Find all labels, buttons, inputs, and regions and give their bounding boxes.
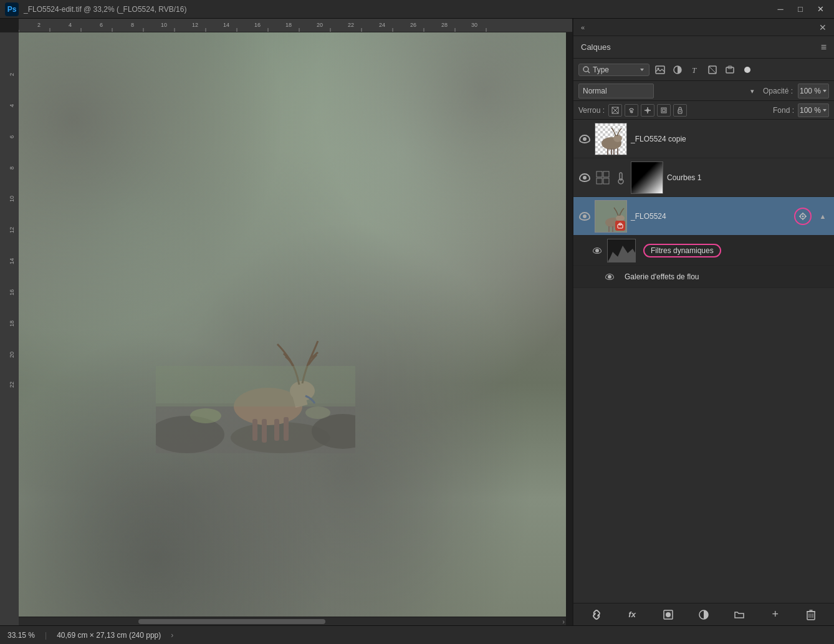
adjustment-icon	[595, 161, 611, 194]
svg-text:6: 6	[9, 135, 15, 138]
layer-subitem[interactable]: Galerie d'effets de flou	[573, 266, 834, 288]
layer-visibility-toggle[interactable]	[578, 135, 591, 143]
thermometer-icon	[616, 171, 626, 185]
status-expand-arrow[interactable]: ›	[171, 631, 173, 640]
svg-text:2: 2	[37, 22, 41, 28]
minimize-button[interactable]: ─	[772, 2, 789, 16]
blend-row: Normal Dissoudre Obscurcir Produit Densi…	[573, 81, 834, 101]
panel-close-button[interactable]: ✕	[817, 21, 829, 34]
svg-rect-79	[663, 109, 665, 112]
opacity-value[interactable]: 100 %	[798, 84, 829, 99]
lock-position-button[interactable]	[641, 104, 654, 117]
filter-search-box[interactable]	[578, 64, 649, 76]
svg-text:12: 12	[192, 22, 198, 28]
maximize-button[interactable]: □	[792, 2, 809, 16]
panel-topbar: « ✕	[573, 19, 834, 36]
filters-thumbnail	[607, 239, 636, 262]
opacity-label: Opacité :	[763, 87, 793, 95]
svg-rect-52	[262, 419, 267, 443]
svg-rect-89	[597, 171, 602, 177]
fill-dropdown-arrow	[822, 108, 827, 113]
eye-icon[interactable]	[605, 274, 614, 280]
svg-text:18: 18	[285, 22, 292, 28]
filter-smart-button[interactable]	[723, 63, 737, 77]
blend-mode-select-wrap[interactable]: Normal Dissoudre Obscurcir Produit Densi…	[578, 84, 758, 99]
layer-visibility-toggle[interactable]	[591, 248, 603, 254]
panel-menu-button[interactable]: ≡	[821, 42, 827, 53]
trash-icon	[806, 609, 816, 620]
eye-icon[interactable]	[579, 173, 590, 182]
smart-object-badge	[615, 221, 625, 231]
close-button[interactable]: ✕	[812, 2, 829, 16]
filter-thumb-svg	[608, 239, 636, 262]
link-icon	[615, 161, 627, 194]
filter-image-button[interactable]	[653, 63, 667, 77]
filter-text-button[interactable]: T	[688, 63, 702, 77]
svg-text:20: 20	[317, 22, 323, 28]
photo-canvas	[19, 32, 566, 617]
curves-thumbnail	[631, 161, 663, 194]
svg-rect-55	[156, 366, 355, 406]
svg-text:26: 26	[410, 22, 416, 28]
lock-transparent-button[interactable]	[608, 104, 622, 117]
eye-icon[interactable]	[593, 248, 602, 254]
filter-type-input[interactable]	[593, 65, 636, 74]
titlebar: Ps _FLO5524-edit.tif @ 33,2% (_FLO5524, …	[0, 0, 834, 19]
svg-rect-90	[603, 171, 609, 177]
layer-name: Courbes 1	[667, 173, 829, 182]
link-layers-button[interactable]	[588, 606, 605, 623]
layer-visibility-toggle[interactable]	[603, 274, 616, 280]
dimensions: 40,69 cm × 27,13 cm (240 ppp)	[57, 631, 161, 640]
add-group-button[interactable]	[731, 606, 748, 623]
lock-artboard-button[interactable]	[657, 104, 671, 117]
eye-icon[interactable]	[579, 212, 590, 221]
svg-text:8: 8	[131, 22, 134, 28]
svg-text:4: 4	[9, 104, 15, 107]
svg-rect-54	[284, 417, 289, 441]
filter-shape-button[interactable]	[706, 63, 719, 77]
svg-text:14: 14	[223, 22, 229, 28]
svg-text:24: 24	[379, 22, 385, 28]
layer-item[interactable]: _FLO5524 copie	[573, 120, 834, 158]
add-layer-button[interactable]: +	[767, 606, 784, 623]
opacity-dropdown-arrow	[822, 89, 827, 94]
svg-text:6: 6	[100, 22, 103, 28]
lock-pixels-button[interactable]	[625, 104, 638, 117]
window-controls: ─ □ ✕	[772, 2, 829, 16]
horizontal-scrollbar[interactable]: ›	[19, 617, 566, 625]
search-icon	[583, 66, 590, 74]
lock-all-button[interactable]	[673, 104, 687, 117]
eye-icon[interactable]	[579, 135, 590, 143]
svg-text:T: T	[692, 65, 697, 75]
layer-item[interactable]: Courbes 1	[573, 158, 834, 197]
svg-rect-91	[597, 178, 602, 184]
svg-rect-32	[0, 32, 19, 625]
scroll-badge	[794, 208, 812, 225]
smart-badge-icon	[617, 223, 623, 229]
svg-point-56	[190, 408, 221, 423]
layer-visibility-toggle[interactable]	[578, 212, 591, 221]
svg-text:2: 2	[9, 73, 15, 76]
svg-line-59	[588, 71, 590, 73]
svg-rect-51	[252, 419, 257, 441]
adjustment-circle-icon	[698, 609, 709, 620]
layer-visibility-toggle[interactable]	[578, 173, 591, 182]
add-adjustment-button[interactable]	[695, 606, 712, 623]
panel-collapse-button[interactable]: «	[578, 22, 587, 32]
fx-button[interactable]: fx	[623, 606, 641, 623]
layer-expand-button[interactable]: ▲	[818, 208, 828, 225]
blend-mode-select[interactable]: Normal Dissoudre Obscurcir Produit Densi…	[578, 84, 654, 99]
add-mask-button[interactable]	[659, 606, 677, 623]
lock-label: Verrou :	[578, 106, 605, 115]
fill-value[interactable]: 100 %	[798, 103, 829, 117]
delete-layer-button[interactable]	[802, 606, 820, 623]
scroll-right-arrow[interactable]: ›	[562, 618, 565, 625]
panel-title-row: Calques ≡	[573, 36, 834, 59]
layer-name: _FLO5524 copie	[631, 135, 829, 143]
layer-item[interactable]: _FLO5524 ▲	[573, 197, 834, 236]
folder-icon	[734, 609, 745, 620]
filter-adjustment-button[interactable]	[671, 63, 684, 77]
filter-color-button[interactable]	[741, 63, 754, 77]
panel-expand-buttons: «	[578, 22, 587, 32]
layer-subitem[interactable]: Filtres dynamiques	[573, 236, 834, 266]
